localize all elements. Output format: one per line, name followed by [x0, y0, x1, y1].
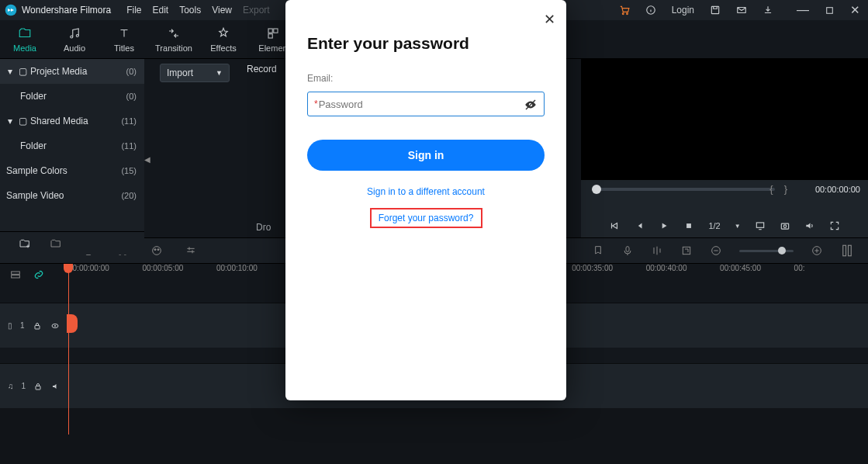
zoom-slider-knob[interactable] [778, 247, 786, 255]
window-close[interactable]: ✕ [850, 3, 860, 17]
menu-tools[interactable]: Tools [179, 5, 201, 16]
eye-off-icon[interactable] [524, 98, 538, 112]
ruler-tick: 00:00:00:00 [68, 264, 109, 272]
stop-icon[interactable] [683, 220, 694, 231]
modal-title: Enter your password [307, 34, 545, 53]
preview-scrubber[interactable] [592, 188, 775, 191]
svg-rect-14 [781, 223, 788, 229]
new-folder-icon[interactable] [19, 237, 31, 250]
main-menu: File Edit Tools View Export [126, 5, 270, 16]
chevron-down-icon: ▾ [8, 66, 16, 77]
menu-edit[interactable]: Edit [153, 5, 169, 16]
cart-icon[interactable] [619, 5, 630, 16]
sidebar-item-label: Project Media [30, 66, 87, 77]
save-icon[interactable] [710, 5, 721, 16]
meter-icon[interactable] [840, 242, 854, 259]
sidebar-item-label: Folder [20, 140, 47, 151]
forgot-password-link[interactable]: Forget your password? [379, 213, 474, 223]
close-icon[interactable]: ✕ [544, 11, 555, 28]
password-input[interactable] [319, 99, 538, 110]
app-logo-icon [5, 4, 17, 16]
eye-icon[interactable] [50, 321, 61, 331]
link-icon[interactable] [33, 268, 45, 281]
sidebar-item-shared-media[interactable]: ▾ ▢ Shared Media (11) [0, 109, 144, 133]
snapshot-icon[interactable] [780, 220, 790, 231]
tab-audio-label: Audio [64, 43, 85, 53]
sidebar-item-sample-colors[interactable]: Sample Colors (15) [0, 158, 144, 183]
sidebar-item-label: Sample Video [6, 190, 64, 201]
tab-elements-label: Elemen [258, 43, 287, 53]
sidebar-item-label: Folder [20, 91, 47, 102]
sidebar-item-project-media[interactable]: ▾ ▢ Project Media (0) [0, 59, 144, 84]
download-icon[interactable] [763, 5, 773, 16]
zoom-in-icon[interactable] [811, 244, 823, 257]
scrubber-knob[interactable] [592, 185, 601, 194]
tab-transition[interactable]: Transition [149, 26, 199, 53]
zoom-out-icon[interactable] [710, 244, 722, 257]
menu-export[interactable]: Export [243, 5, 270, 16]
playback-speed[interactable]: 1/2 [708, 221, 720, 230]
playhead[interactable] [68, 264, 69, 435]
tab-titles[interactable]: Titles [99, 26, 149, 53]
app-title: Wondershare Filmora [22, 5, 111, 16]
drop-hint: Dro [256, 222, 271, 233]
import-label: Import [167, 68, 193, 78]
sidebar-item-sample-video[interactable]: Sample Video (20) [0, 183, 144, 208]
svg-rect-12 [686, 223, 691, 228]
tab-effects[interactable]: Effects [199, 26, 248, 53]
svg-rect-4 [711, 6, 718, 13]
signin-button[interactable]: Sign in [307, 140, 545, 171]
speaker-icon[interactable] [50, 382, 61, 391]
record-button[interactable]: Record [240, 64, 283, 82]
track-add-icon[interactable] [9, 268, 22, 281]
sidebar-item-count: (11) [121, 141, 137, 151]
volume-icon[interactable] [804, 220, 815, 231]
folder-icon[interactable] [50, 237, 62, 250]
lock-icon[interactable] [33, 321, 42, 331]
zoom-slider[interactable] [739, 250, 794, 252]
audio-mixer-icon[interactable] [651, 244, 663, 257]
track-type-icon: ♫ [8, 382, 14, 390]
menu-file[interactable]: File [126, 5, 141, 16]
crop-icon[interactable] [680, 244, 693, 257]
login-link[interactable]: Login [672, 5, 694, 16]
lock-icon[interactable] [33, 382, 43, 391]
svg-rect-21 [626, 247, 629, 252]
svg-rect-29 [35, 325, 40, 329]
info-icon[interactable] [645, 5, 656, 16]
sidebar-item-folder1[interactable]: Folder (0) [0, 84, 144, 109]
forgot-password-highlight: Forget your password? [370, 208, 482, 228]
different-account-link[interactable]: Sign in to a different account [307, 186, 545, 197]
svg-rect-26 [849, 245, 852, 256]
step-back-icon[interactable] [634, 220, 645, 231]
display-icon[interactable] [755, 220, 766, 231]
tab-audio[interactable]: Audio [50, 26, 99, 53]
color-icon[interactable] [150, 244, 163, 257]
menu-view[interactable]: View [212, 5, 232, 16]
sidebar-item-label: Shared Media [30, 116, 88, 126]
marker-icon[interactable] [592, 244, 604, 257]
password-modal: ✕ Enter your password Email: * Sign in S… [285, 0, 566, 400]
window-minimize[interactable]: — [797, 3, 809, 17]
mic-icon[interactable] [621, 244, 634, 257]
svg-rect-28 [12, 275, 20, 278]
tab-media[interactable]: Media [0, 26, 50, 53]
ruler-tick: 00:00:10:00 [216, 264, 258, 272]
tab-transition-label: Transition [155, 43, 192, 53]
chevron-down-icon[interactable]: ▼ [735, 223, 741, 230]
mail-icon[interactable] [736, 5, 747, 16]
prev-frame-icon[interactable] [609, 220, 620, 231]
play-icon[interactable] [659, 220, 669, 231]
required-asterisk: * [314, 99, 318, 109]
svg-rect-25 [843, 245, 846, 256]
fullscreen-icon[interactable] [829, 220, 840, 231]
adjust-icon[interactable] [185, 244, 197, 257]
import-button[interactable]: Import ▼ [160, 64, 230, 82]
sidebar-item-label: Sample Colors [6, 165, 67, 176]
chevron-down-icon: ▼ [216, 69, 223, 77]
svg-point-20 [157, 249, 159, 251]
sidebar-collapse-handle[interactable]: ◀ [144, 155, 150, 164]
window-maximize[interactable] [825, 5, 835, 16]
sidebar-item-folder2[interactable]: Folder (11) [0, 133, 144, 158]
sidebar-item-count: (15) [121, 166, 137, 175]
